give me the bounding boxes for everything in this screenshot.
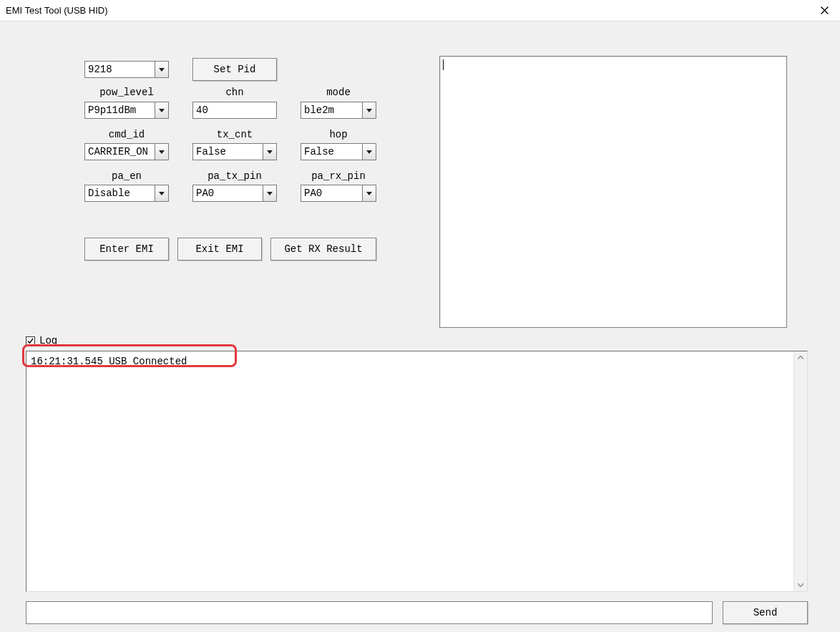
chevron-down-icon [159,68,165,72]
cmd-id-dropdown[interactable] [155,144,168,160]
scroll-up-button[interactable] [794,351,807,364]
send-button[interactable]: Send [723,601,808,624]
pa-rx-pin-dropdown[interactable] [362,185,376,201]
pid-combo-dropdown[interactable] [155,62,168,77]
hop-combo[interactable]: False [301,143,376,160]
exit-emi-button[interactable]: Exit EMI [177,238,262,261]
chevron-down-icon [267,150,273,154]
pa-en-label: pa_en [84,170,169,182]
scroll-down-button[interactable] [794,579,807,591]
pid-combo-value: 9218 [85,62,155,77]
close-icon [821,6,829,14]
mode-combo[interactable]: ble2m [301,102,376,119]
pow-level-dropdown[interactable] [155,102,168,118]
get-rx-result-button[interactable]: Get RX Result [270,238,376,261]
client-area: 9218 Set Pid pow_level chn mode P9p11dBm… [0,21,840,632]
cmd-id-label: cmd_id [84,129,169,140]
pow-level-combo[interactable]: P9p11dBm [84,102,169,119]
tx-cnt-label: tx_cnt [192,129,277,140]
chevron-down-icon [267,192,273,195]
chn-label: chn [192,87,277,98]
enter-emi-button[interactable]: Enter EMI [84,238,169,261]
pid-combo[interactable]: 9218 [84,61,169,78]
log-textarea[interactable]: 16:21:31.545 USB Connected [26,351,808,592]
send-input[interactable] [26,601,713,624]
output-textarea[interactable] [439,56,787,328]
pa-tx-pin-dropdown[interactable] [263,185,276,201]
pow-level-label: pow_level [84,87,169,98]
hop-dropdown[interactable] [362,144,376,160]
chevron-down-icon [159,150,165,154]
pa-en-combo[interactable]: Disable [84,185,169,202]
chevron-down-icon [798,583,804,587]
cmd-id-combo[interactable]: CARRIER_ON [84,143,169,160]
chevron-up-icon [798,356,804,359]
checkmark-icon [27,338,34,344]
pa-tx-pin-combo[interactable]: PA0 [192,185,277,202]
window-title: EMI Test Tool (USB HID) [6,5,108,16]
titlebar: EMI Test Tool (USB HID) [0,0,840,21]
log-content: 16:21:31.545 USB Connected [26,351,793,591]
tx-cnt-dropdown[interactable] [263,144,276,160]
chevron-down-icon [159,109,165,112]
chevron-down-icon [159,192,165,195]
tx-cnt-combo[interactable]: False [192,143,277,160]
pa-rx-pin-combo[interactable]: PA0 [301,185,376,202]
chn-input[interactable]: 40 [192,102,277,119]
log-checkbox-row: Log [26,335,57,346]
log-checkbox-label: Log [39,335,57,346]
pa-tx-pin-label: pa_tx_pin [192,170,277,182]
set-pid-button[interactable]: Set Pid [192,58,277,81]
mode-dropdown[interactable] [362,102,376,118]
chevron-down-icon [366,192,372,195]
mode-label: mode [301,87,376,98]
log-checkbox[interactable] [26,336,35,346]
chevron-down-icon [366,150,372,154]
log-entry: 16:21:31.545 USB Connected [31,356,187,367]
pa-en-dropdown[interactable] [155,185,168,201]
text-caret [443,59,444,70]
hop-label: hop [301,129,376,140]
log-scrollbar[interactable] [793,351,807,591]
pa-rx-pin-label: pa_rx_pin [301,170,376,182]
chevron-down-icon [366,109,372,112]
close-button[interactable] [809,0,840,21]
